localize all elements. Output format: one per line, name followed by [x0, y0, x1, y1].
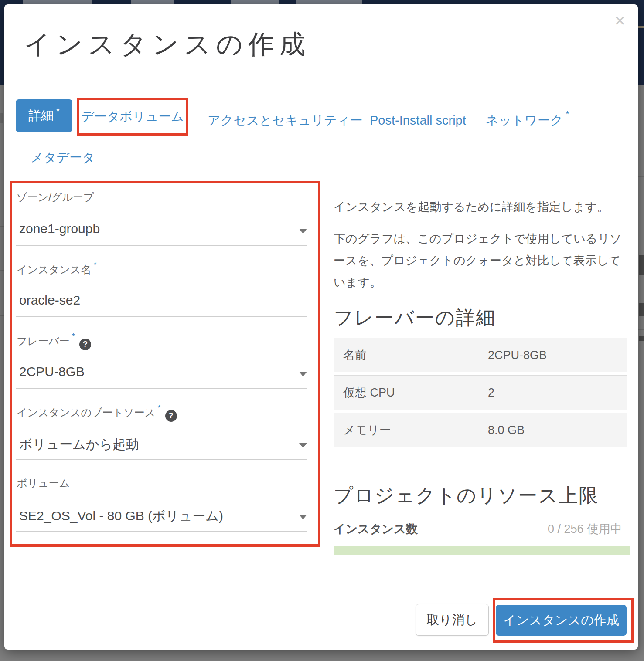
tab-access-security[interactable]: アクセスとセキュリティー	[208, 112, 362, 129]
dimmed-page-fragment	[639, 255, 644, 275]
panel-intro-text: インスタンスを起動するために詳細を指定します。	[334, 196, 628, 218]
field-underline	[16, 459, 307, 460]
chevron-down-icon[interactable]	[299, 515, 307, 519]
required-asterisk: *	[157, 403, 160, 412]
tab-network-label: ネットワーク	[486, 113, 563, 127]
field-underline	[16, 245, 307, 246]
flavor-details-row: メモリー 8.0 GB	[334, 413, 627, 447]
instance-count-usage: 0 / 256 使用中	[548, 521, 622, 537]
volume-select[interactable]: SE2_OS_Vol - 80 GB (ボリューム)	[19, 507, 223, 525]
dimmed-page-fragment	[638, 329, 644, 330]
instance-count-label: インスタンス数	[334, 521, 418, 537]
dimmed-page-fragment	[638, 176, 644, 177]
tab-metadata[interactable]: メタデータ	[31, 149, 95, 166]
modal-title: インスタンスの作成	[24, 27, 311, 62]
dimmed-page-fragment	[0, 270, 4, 271]
tab-details[interactable]: 詳細 *	[16, 99, 72, 132]
launch-instance-modal: ✕ インスタンスの作成 詳細 * データボリューム アクセスとセキュリティー P…	[4, 4, 638, 650]
field-underline	[16, 531, 307, 532]
screen: ✕ インスタンスの作成 詳細 * データボリューム アクセスとセキュリティー P…	[0, 0, 644, 661]
required-asterisk: *	[566, 109, 569, 119]
instance-name-label: インスタンス名*	[17, 262, 97, 277]
flavor-row-value: 8.0 GB	[488, 424, 525, 437]
help-icon[interactable]: ?	[79, 339, 91, 350]
launch-instance-button[interactable]: インスタンスの作成	[496, 605, 627, 636]
cancel-button[interactable]: 取り消し	[416, 604, 489, 636]
dimmed-page-fragment	[639, 303, 644, 316]
flavor-details-row: 仮想 CPU 2	[334, 375, 627, 410]
chevron-down-icon[interactable]	[299, 443, 307, 448]
boot-source-select[interactable]: ボリュームから起動	[19, 436, 139, 454]
boot-source-label: インスタンスのブートソース*?	[17, 405, 177, 422]
instance-name-input[interactable]: oracle-se2	[19, 293, 80, 308]
flavor-row-label: メモリー	[334, 422, 488, 438]
help-icon[interactable]: ?	[165, 410, 177, 422]
dimmed-page-fragment	[639, 336, 644, 341]
dimmed-page-fragment	[0, 226, 4, 227]
flavor-row-value: 2	[488, 386, 494, 400]
flavor-select[interactable]: 2CPU-8GB	[19, 364, 85, 379]
annotation-box-data-volume-tab: データボリューム	[77, 98, 188, 136]
tab-post-install-script[interactable]: Post-Install script	[370, 113, 466, 128]
flavor-row-label: 仮想 CPU	[334, 385, 488, 400]
tab-data-volume[interactable]: データボリューム	[81, 108, 184, 125]
dimmed-page-fragment	[0, 315, 4, 316]
tab-details-label: 詳細	[28, 107, 54, 125]
project-limits-heading: プロジェクトのリソース上限	[334, 483, 599, 508]
instance-quota-progress-bar	[334, 546, 630, 555]
flavor-label: フレーバー*?	[17, 333, 91, 350]
panel-description-text: 下のグラフは、このプロジェクトで使用しているリソースを、プロジェクトのクォータと…	[334, 228, 628, 293]
volume-label: ボリューム	[17, 476, 70, 490]
dimmed-page-fragment	[0, 113, 3, 123]
field-underline	[16, 388, 307, 389]
zone-group-select[interactable]: zone1-groupb	[19, 221, 100, 236]
flavor-details-row: 名前 2CPU-8GB	[334, 338, 627, 372]
dimmed-page-fragment	[638, 26, 644, 28]
chevron-down-icon[interactable]	[299, 229, 307, 234]
required-asterisk: *	[56, 106, 60, 116]
zone-group-label: ゾーン/グループ	[17, 190, 94, 204]
flavor-details-heading: フレーバーの詳細	[334, 305, 496, 331]
flavor-row-value: 2CPU-8GB	[488, 349, 547, 362]
close-icon[interactable]: ✕	[614, 14, 626, 28]
chevron-down-icon[interactable]	[299, 372, 307, 376]
flavor-row-label: 名前	[334, 347, 488, 363]
required-asterisk: *	[72, 332, 75, 341]
tab-network[interactable]: ネットワーク*	[486, 112, 569, 129]
required-asterisk: *	[93, 260, 96, 269]
field-underline	[16, 316, 307, 317]
